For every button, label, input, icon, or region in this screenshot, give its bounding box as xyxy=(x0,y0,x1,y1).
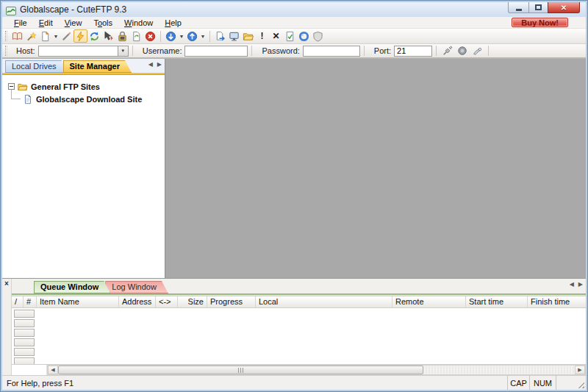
minimize-button[interactable] xyxy=(508,2,529,13)
column-header-size[interactable]: Size xyxy=(178,296,207,307)
queue-panel: Queue WindowLog Window ◀ ▶ /#Item NameAd… xyxy=(12,279,586,375)
menu-item-file[interactable]: File xyxy=(8,18,33,28)
tab-site-manager[interactable]: Site Manager xyxy=(63,60,132,73)
reconnect-icon[interactable] xyxy=(87,29,101,43)
scrollbar-track[interactable] xyxy=(423,366,575,374)
queue-row-grip xyxy=(14,348,35,356)
dock-gutter: × xyxy=(2,279,12,375)
queue-hscroll-row: ◀ ▶ xyxy=(12,364,586,375)
tree-item-label: General FTP Sites xyxy=(31,82,100,91)
priority-icon[interactable]: ! xyxy=(255,29,269,43)
delete-icon[interactable]: ✕ xyxy=(269,29,283,43)
username-label: Username: xyxy=(143,46,182,55)
column-header-remote[interactable]: Remote xyxy=(392,296,466,307)
cancel-icon[interactable] xyxy=(143,29,157,43)
new-item-dropdown-icon[interactable]: ▼ xyxy=(52,29,60,43)
status-bar: For Help, press F1 CAP NUM xyxy=(2,375,586,390)
buy-now-button[interactable]: Buy Now! xyxy=(512,18,568,27)
column-header-local[interactable]: Local xyxy=(256,296,392,307)
window-title: Globalscape - CuteFTP 9.3 xyxy=(20,4,126,15)
menu-item-window[interactable]: Window xyxy=(118,18,159,28)
quick-connect-icon[interactable] xyxy=(74,29,87,43)
host-dropdown-icon[interactable]: ▼ xyxy=(118,46,129,57)
tree-collapse-icon[interactable] xyxy=(8,83,15,90)
upload-icon[interactable] xyxy=(185,29,199,43)
menu-item-edit[interactable]: Edit xyxy=(33,18,59,28)
upload-dropdown-icon[interactable]: ▼ xyxy=(199,29,207,43)
verify-icon[interactable] xyxy=(283,29,297,43)
site-tree: General FTP SitesGlobalscape Download Si… xyxy=(2,75,165,278)
connection-wizard-icon[interactable] xyxy=(24,29,38,43)
close-icon: ✕ xyxy=(561,4,567,12)
column-header-start-time[interactable]: Start time xyxy=(466,296,528,307)
toolbar-grip[interactable] xyxy=(5,31,7,41)
scroll-left-icon[interactable]: ◀ xyxy=(48,366,58,374)
shield-icon[interactable] xyxy=(311,29,325,43)
resize-grip-icon[interactable] xyxy=(575,376,586,390)
queue-tab-strip: Queue WindowLog Window ◀ ▶ xyxy=(12,279,586,293)
menu-items: FileEditViewToolsWindowHelp xyxy=(8,18,187,28)
disconnect-icon[interactable] xyxy=(101,29,115,43)
queue-tab-scroll-right-icon[interactable]: ▶ xyxy=(578,281,583,288)
port-label: Port: xyxy=(374,46,391,55)
remote-pane[interactable] xyxy=(165,59,586,278)
column-header-address[interactable]: Address xyxy=(119,296,156,307)
column-header-slash[interactable]: / xyxy=(12,296,24,307)
edit-document-icon[interactable] xyxy=(213,29,227,43)
new-item-icon[interactable] xyxy=(38,29,52,43)
left-tab-arrows: ◀ ▶ xyxy=(148,61,162,68)
divider xyxy=(251,46,252,56)
column-header-number[interactable]: # xyxy=(24,296,37,307)
horizontal-scrollbar[interactable]: ◀ ▶ xyxy=(47,365,586,375)
menu-bar: FileEditViewToolsWindowHelp Buy Now! xyxy=(2,17,586,29)
close-button[interactable]: ✕ xyxy=(548,2,580,13)
refresh-icon[interactable] xyxy=(129,29,143,43)
menu-item-help[interactable]: Help xyxy=(159,18,187,28)
tab-scroll-left-icon[interactable]: ◀ xyxy=(148,61,153,68)
edit-icon[interactable] xyxy=(60,29,74,43)
status-pad xyxy=(556,376,575,390)
menu-item-tools[interactable]: Tools xyxy=(87,18,118,28)
app-logo-icon xyxy=(6,5,16,14)
port-input[interactable] xyxy=(394,46,432,57)
tab-log-window[interactable]: Log Window xyxy=(105,281,168,293)
security-icon[interactable] xyxy=(115,29,129,43)
download-icon[interactable] xyxy=(164,29,178,43)
tree-item-general-ftp-sites[interactable]: General FTP Sites xyxy=(7,80,165,93)
password-input[interactable] xyxy=(303,46,360,57)
abort-icon[interactable] xyxy=(456,45,469,57)
tab-queue-window[interactable]: Queue Window xyxy=(34,281,110,293)
browse-hand-icon[interactable] xyxy=(470,45,484,57)
panel-close-icon[interactable]: × xyxy=(4,280,9,288)
username-input[interactable] xyxy=(184,46,248,57)
scrollbar-thumb[interactable] xyxy=(58,366,423,374)
hostbar-grip[interactable] xyxy=(5,46,7,56)
site-manager-icon[interactable] xyxy=(10,29,24,43)
queue-row-grip xyxy=(14,310,35,318)
maximize-icon xyxy=(535,4,542,10)
maximize-button[interactable] xyxy=(528,2,548,13)
menu-item-view[interactable]: View xyxy=(59,18,88,28)
divider xyxy=(436,46,437,56)
host-input[interactable] xyxy=(38,46,118,57)
tree-item-globalscape-download-site[interactable]: Globalscape Download Site xyxy=(7,93,165,105)
bottom-panel: × Queue WindowLog Window ◀ ▶ /#Item Name… xyxy=(2,278,586,375)
column-header-direction[interactable]: <-> xyxy=(156,296,178,307)
globe-icon[interactable] xyxy=(297,29,311,43)
tab-scroll-right-icon[interactable]: ▶ xyxy=(157,61,162,68)
download-dropdown-icon[interactable]: ▼ xyxy=(178,29,185,43)
tab-local-drives[interactable]: Local Drives xyxy=(5,60,68,73)
queue-row-grips xyxy=(12,308,37,364)
open-folder-icon[interactable] xyxy=(241,29,255,43)
toolbar-buttons: ▼▼▼!✕ xyxy=(10,29,325,43)
column-header-item-name[interactable]: Item Name xyxy=(37,296,119,307)
scroll-right-icon[interactable]: ▶ xyxy=(575,366,585,374)
queue-row-grip xyxy=(14,319,35,327)
column-header-finish-time[interactable]: Finish time xyxy=(528,296,586,307)
connect-plug-icon[interactable] xyxy=(441,45,454,57)
view-remote-icon[interactable] xyxy=(227,29,241,43)
column-header-progress[interactable]: Progress xyxy=(207,296,256,307)
host-bar: Host: ▼ Username: Password: Port: xyxy=(2,44,586,59)
toolbar-separator xyxy=(160,31,161,42)
queue-tab-scroll-left-icon[interactable]: ◀ xyxy=(570,281,574,288)
